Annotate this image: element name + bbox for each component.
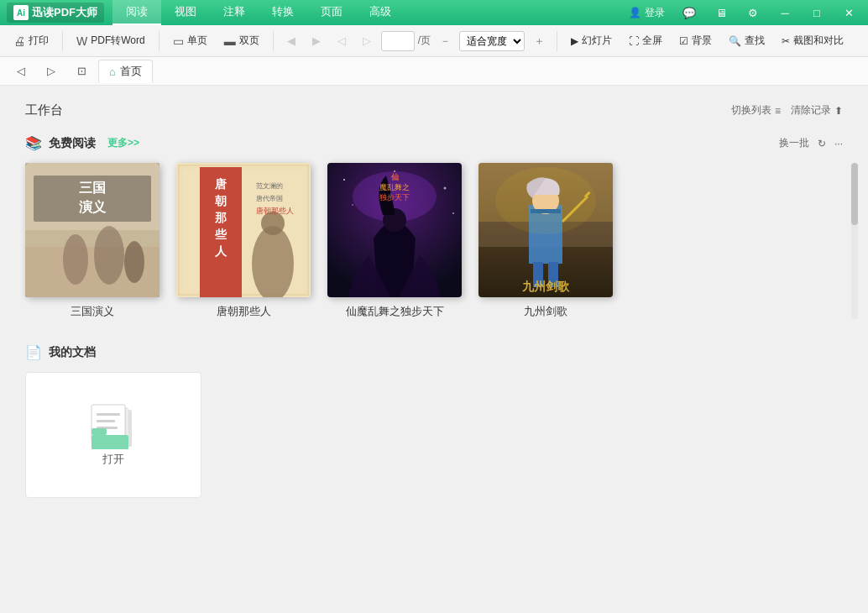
- svg-point-27: [343, 179, 345, 181]
- free-reading-section: 📚 免费阅读 更多>> 换一批 ↻ ···: [25, 135, 843, 319]
- switch-list-button[interactable]: 切换列表 ≡: [731, 103, 781, 118]
- close-button[interactable]: ✕: [836, 0, 861, 25]
- single-page-button[interactable]: ▭ 单页: [166, 31, 214, 50]
- svg-text:人: 人: [214, 245, 227, 258]
- svg-point-28: [444, 187, 447, 190]
- titlebar: Ai 迅读PDF大师 阅读 视图 注释 转换 页面 高级 👤 登录 💬 🖥 ⚙ …: [0, 0, 868, 25]
- svg-point-10: [124, 241, 144, 283]
- search-icon: 🔍: [729, 35, 741, 47]
- book-cover-art-tcnsr: 唐 朝 那 些 人 范文澜的 唐代帝国 唐朝那些人: [176, 163, 311, 297]
- page-number-input[interactable]: [381, 31, 415, 51]
- forward-nav-icon[interactable]: ▷: [37, 61, 65, 81]
- nav-tab-view[interactable]: 视图: [161, 0, 210, 25]
- section-actions: 换一批 ↻ ···: [779, 136, 843, 150]
- book-title-xmlw: 仙魔乱舞之独步天下: [346, 304, 444, 319]
- book-item-xmlw[interactable]: 仙 魔乱舞之 独步天下 仙魔乱舞之独步天下: [327, 163, 462, 319]
- svg-text:范文澜的: 范文澜的: [256, 182, 283, 190]
- book-item-jzjg[interactable]: 九州剑歌 九州剑歌: [478, 163, 613, 319]
- zoom-select[interactable]: 适合宽度: [459, 31, 525, 51]
- clear-records-label: 清除记录: [791, 103, 831, 118]
- workspace-title: 工作台: [25, 102, 63, 118]
- clear-records-button[interactable]: 清除记录 ⬆: [791, 103, 843, 118]
- login-label: 登录: [645, 6, 665, 20]
- refresh-batch-button[interactable]: 换一批: [779, 136, 809, 150]
- svg-text:三国: 三国: [79, 181, 106, 195]
- zoom-out-button[interactable]: －: [434, 30, 456, 52]
- next-page-button[interactable]: ▶: [306, 30, 327, 52]
- fullscreen-icon: ⛶: [629, 35, 639, 47]
- app-name: 迅读PDF大师: [32, 5, 97, 20]
- find-button[interactable]: 🔍 查找: [722, 31, 771, 50]
- my-docs-section: 📄 我的文档: [25, 344, 843, 498]
- screenshot-icon: ✂: [782, 35, 790, 47]
- switch-list-label: 切换列表: [731, 103, 771, 118]
- list-icon: ≡: [775, 105, 781, 117]
- my-docs-header: 📄 我的文档: [25, 344, 843, 360]
- toolbar-separator-4: [557, 31, 557, 51]
- print-button[interactable]: 🖨 打印: [7, 31, 55, 50]
- nav-tab-convert[interactable]: 转换: [259, 0, 307, 25]
- book-cover-art-jzjg: 九州剑歌: [478, 163, 613, 297]
- printer-icon: 🖨: [13, 34, 25, 48]
- settings-icon-btn[interactable]: ⚙: [740, 0, 766, 25]
- user-icon: 👤: [629, 7, 641, 18]
- nav-tabs: 阅读 视图 注释 转换 页面 高级: [112, 0, 405, 25]
- open-label: 打开: [102, 452, 124, 467]
- background-icon: ☑: [679, 35, 688, 47]
- svg-point-31: [452, 212, 454, 214]
- svg-point-9: [94, 226, 124, 285]
- book-grid-scrollbar[interactable]: [851, 163, 858, 319]
- more-options-button[interactable]: ···: [834, 138, 843, 149]
- svg-rect-53: [97, 420, 115, 422]
- app-logo-icon: Ai: [13, 5, 29, 20]
- tab-home[interactable]: ⌂ 首页: [98, 60, 153, 83]
- secondary-toolbar: ◁ ▷ ⊡ ⌂ 首页: [0, 57, 868, 86]
- svg-text:独步天下: 独步天下: [379, 193, 410, 202]
- nav-tab-read[interactable]: 阅读: [112, 0, 161, 25]
- nav-tab-page[interactable]: 页面: [307, 0, 356, 25]
- book-cover-art-sgly: 三国 演义: [25, 163, 159, 297]
- main-toolbar: 🖨 打印 W PDF转Word ▭ 单页 ▬ 双页 ◀ ▶ ◁ ▷ /页 － 适…: [0, 25, 868, 57]
- book-cover-sgly: 三国 演义: [25, 163, 159, 297]
- screenshot-button[interactable]: ✂ 截图和对比: [775, 31, 850, 50]
- refresh-icon[interactable]: ↻: [818, 138, 826, 149]
- slideshow-button[interactable]: ▶ 幻灯片: [564, 31, 619, 50]
- slideshow-icon: ▶: [571, 35, 578, 47]
- back-button[interactable]: ◁: [331, 30, 353, 52]
- more-link[interactable]: 更多>>: [107, 136, 139, 150]
- pdf-to-word-button[interactable]: W PDF转Word: [70, 31, 152, 50]
- maximize-button[interactable]: □: [804, 0, 829, 25]
- book-item-tcnsr[interactable]: 唐 朝 那 些 人 范文澜的 唐代帝国 唐朝那些人 唐朝那些人: [176, 163, 311, 319]
- page-unit-label: /页: [418, 34, 431, 48]
- fullscreen-button[interactable]: ⛶ 全屏: [622, 31, 669, 50]
- book-cover-jzjg: 九州剑歌: [478, 163, 613, 297]
- nav-tab-annotate[interactable]: 注释: [210, 0, 259, 25]
- login-button[interactable]: 👤 登录: [624, 4, 670, 22]
- toolbar-separator-3: [273, 31, 274, 51]
- main-content: 工作台 切换列表 ≡ 清除记录 ⬆ 📚 免费阅读 更多>> 换一批 ↻ ···: [0, 86, 868, 613]
- book-item-sgly[interactable]: 三国 演义 三国演义: [25, 163, 159, 319]
- double-page-icon: ▬: [224, 34, 236, 48]
- svg-text:演义: 演义: [79, 199, 107, 214]
- history-icon[interactable]: ⊡: [67, 61, 97, 81]
- background-button[interactable]: ☑ 背景: [672, 31, 719, 50]
- svg-text:那: 那: [214, 212, 227, 224]
- prev-page-button[interactable]: ◀: [280, 30, 302, 52]
- forward-button[interactable]: ▷: [356, 30, 378, 52]
- svg-text:仙: 仙: [390, 173, 399, 181]
- book-cover-xmlw: 仙 魔乱舞之 独步天下: [327, 163, 462, 297]
- message-icon-btn[interactable]: 💬: [677, 0, 702, 25]
- svg-text:唐: 唐: [214, 177, 227, 191]
- zoom-in-button[interactable]: ＋: [528, 30, 550, 52]
- back-nav-icon[interactable]: ◁: [7, 61, 35, 81]
- app-logo[interactable]: Ai 迅读PDF大师: [7, 3, 104, 23]
- nav-tab-advanced[interactable]: 高级: [356, 0, 405, 25]
- svg-rect-55: [92, 435, 128, 449]
- book-title-sgly: 三国演义: [71, 304, 114, 319]
- double-page-button[interactable]: ▬ 双页: [217, 31, 266, 50]
- minimize-button[interactable]: ─: [772, 0, 797, 25]
- svg-rect-52: [97, 413, 120, 416]
- open-file-button[interactable]: 打开: [25, 372, 201, 498]
- workspace-actions: 切换列表 ≡ 清除记录 ⬆: [731, 103, 843, 118]
- screen-icon-btn[interactable]: 🖥: [709, 0, 734, 25]
